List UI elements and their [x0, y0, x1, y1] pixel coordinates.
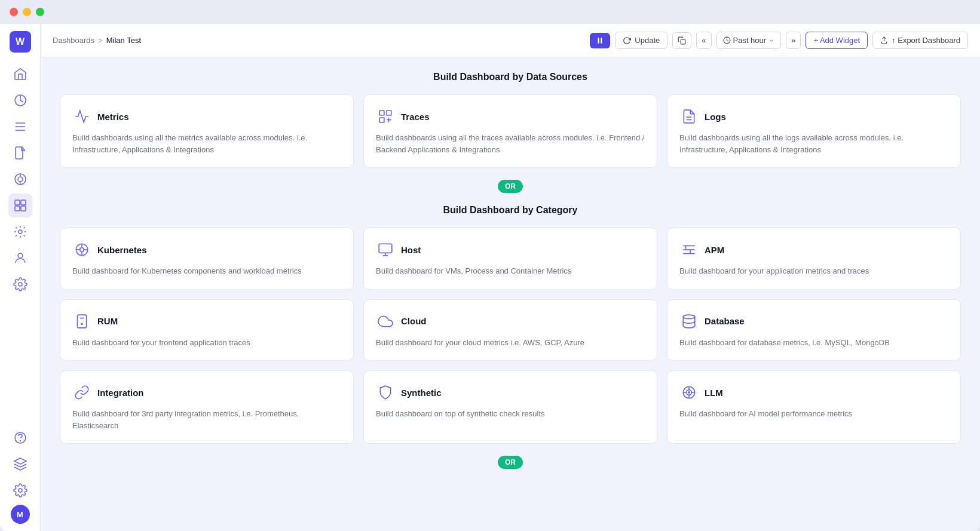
- update-button[interactable]: Update: [615, 32, 667, 49]
- sidebar-item-home[interactable]: [8, 62, 32, 86]
- sidebar-item-analytics[interactable]: [8, 88, 32, 112]
- host-icon: [376, 240, 395, 259]
- database-icon: [679, 312, 699, 331]
- export-dashboard-button[interactable]: ↑ Export Dashboard: [872, 32, 968, 49]
- sidebar-item-users[interactable]: [8, 246, 32, 270]
- card-synthetic-title: Synthetic: [401, 388, 442, 398]
- or-divider-2: OR: [60, 456, 961, 469]
- card-rum-desc: Build dashboard for your frontend applic…: [72, 337, 341, 349]
- svg-point-18: [19, 489, 22, 492]
- close-button[interactable]: [10, 8, 18, 16]
- card-logs-title: Logs: [705, 112, 726, 122]
- card-llm[interactable]: LLM Build dashboard for AI model perform…: [667, 370, 961, 444]
- card-database-title: Database: [705, 316, 745, 326]
- card-apm-desc: Build dashboard for your application met…: [679, 265, 948, 277]
- card-database[interactable]: Database Build dashboard for database me…: [667, 299, 961, 361]
- minimize-button[interactable]: [23, 8, 31, 16]
- breadcrumb-current: Milan Test: [106, 36, 141, 45]
- sidebar-logo[interactable]: W: [10, 31, 31, 53]
- cloud-icon: [376, 312, 395, 331]
- svg-rect-20: [601, 38, 602, 43]
- card-kubernetes[interactable]: Kubernetes Build dashboard for Kubernete…: [60, 228, 354, 290]
- sidebar-item-list[interactable]: [8, 115, 32, 139]
- nav-right-button[interactable]: »: [786, 32, 801, 49]
- app-window: W: [0, 0, 980, 531]
- pause-button[interactable]: [590, 33, 610, 48]
- svg-rect-21: [681, 39, 686, 44]
- svg-point-17: [20, 441, 20, 441]
- svg-rect-10: [21, 200, 26, 205]
- sidebar-item-integrations[interactable]: [8, 220, 32, 244]
- svg-rect-23: [379, 111, 384, 115]
- content-area: Build Dashboard by Data Sources Metrics: [41, 57, 980, 531]
- app-container: W: [0, 24, 980, 531]
- card-kubernetes-desc: Build dashboard for Kubernetes component…: [72, 265, 341, 277]
- svg-rect-9: [15, 200, 20, 205]
- card-traces[interactable]: Traces Build dashboards using all the tr…: [363, 94, 657, 168]
- sidebar-item-monitor[interactable]: [8, 167, 32, 191]
- card-cloud-title: Cloud: [401, 316, 427, 326]
- svg-point-31: [80, 248, 84, 252]
- card-logs[interactable]: Logs Build dashboards using all the logs…: [667, 94, 961, 168]
- titlebar: [0, 0, 980, 24]
- svg-point-14: [18, 253, 23, 258]
- kubernetes-icon: [72, 240, 91, 259]
- svg-rect-12: [21, 206, 26, 211]
- card-llm-desc: Build dashboard for AI model performance…: [679, 408, 948, 420]
- sidebar-item-cube[interactable]: [8, 452, 32, 476]
- section2-title: Build Dashboard by Category: [60, 205, 961, 216]
- svg-rect-44: [77, 315, 86, 328]
- card-apm-title: APM: [705, 245, 724, 255]
- svg-rect-24: [387, 111, 391, 115]
- card-cloud[interactable]: Cloud Build dashboard for your cloud met…: [363, 299, 657, 361]
- breadcrumb-parent[interactable]: Dashboards: [53, 36, 94, 45]
- or-badge-1: OR: [498, 180, 523, 193]
- time-range-selector[interactable]: Past hour: [716, 32, 782, 49]
- card-host[interactable]: Host Build dashboard for VMs, Process an…: [363, 228, 657, 290]
- card-host-title: Host: [401, 245, 421, 255]
- sidebar-item-support[interactable]: [8, 426, 32, 450]
- svg-point-13: [19, 230, 22, 234]
- add-widget-button[interactable]: + Add Widget: [806, 32, 868, 49]
- svg-point-47: [683, 315, 695, 319]
- card-metrics-desc: Build dashboards using all the metrics a…: [72, 132, 341, 155]
- sidebar-item-settings[interactable]: [8, 272, 32, 296]
- card-logs-desc: Build dashboards using all the logs avai…: [679, 132, 948, 155]
- sidebar-item-settings2[interactable]: [8, 478, 32, 502]
- user-avatar[interactable]: M: [11, 505, 30, 524]
- card-metrics[interactable]: Metrics Build dashboards using all the m…: [60, 94, 354, 168]
- category-cards-grid: Kubernetes Build dashboard for Kubernete…: [60, 228, 961, 444]
- metrics-icon: [72, 107, 91, 126]
- copy-button[interactable]: [672, 32, 691, 49]
- nav-left-button[interactable]: «: [696, 32, 711, 49]
- breadcrumb-separator: >: [98, 36, 103, 45]
- apm-icon: [679, 240, 699, 259]
- svg-rect-19: [598, 38, 599, 43]
- svg-rect-11: [15, 206, 20, 211]
- rum-icon: [72, 312, 91, 331]
- integration-icon: [72, 383, 91, 402]
- card-synthetic-desc: Build dashboard on top of synthetic chec…: [376, 408, 645, 420]
- card-apm[interactable]: APM Build dashboard for your application…: [667, 228, 961, 290]
- card-synthetic[interactable]: Synthetic Build dashboard on top of synt…: [363, 370, 657, 444]
- or-badge-2: OR: [498, 456, 523, 469]
- svg-point-46: [81, 323, 82, 324]
- sidebar-item-document[interactable]: [8, 141, 32, 165]
- svg-point-50: [688, 392, 690, 393]
- card-rum[interactable]: RUM Build dashboard for your frontend ap…: [60, 299, 354, 361]
- card-metrics-title: Metrics: [97, 112, 129, 122]
- card-traces-title: Traces: [401, 112, 430, 122]
- card-kubernetes-title: Kubernetes: [97, 245, 147, 255]
- maximize-button[interactable]: [36, 8, 44, 16]
- card-traces-desc: Build dashboards using all the traces av…: [376, 132, 645, 155]
- header-actions: Update « Past hour »: [590, 32, 968, 49]
- card-cloud-desc: Build dashboard for your cloud metrics i…: [376, 337, 645, 349]
- or-divider-1: OR: [60, 180, 961, 193]
- sidebar-item-dashboard[interactable]: [8, 194, 32, 217]
- card-host-desc: Build dashboard for VMs, Process and Con…: [376, 265, 645, 277]
- card-integration-desc: Build dashboard for 3rd party integratio…: [72, 408, 341, 431]
- svg-rect-25: [379, 118, 384, 122]
- card-integration[interactable]: Integration Build dashboard for 3rd part…: [60, 370, 354, 444]
- datasource-cards-grid: Metrics Build dashboards using all the m…: [60, 94, 961, 168]
- sidebar: W: [0, 24, 41, 531]
